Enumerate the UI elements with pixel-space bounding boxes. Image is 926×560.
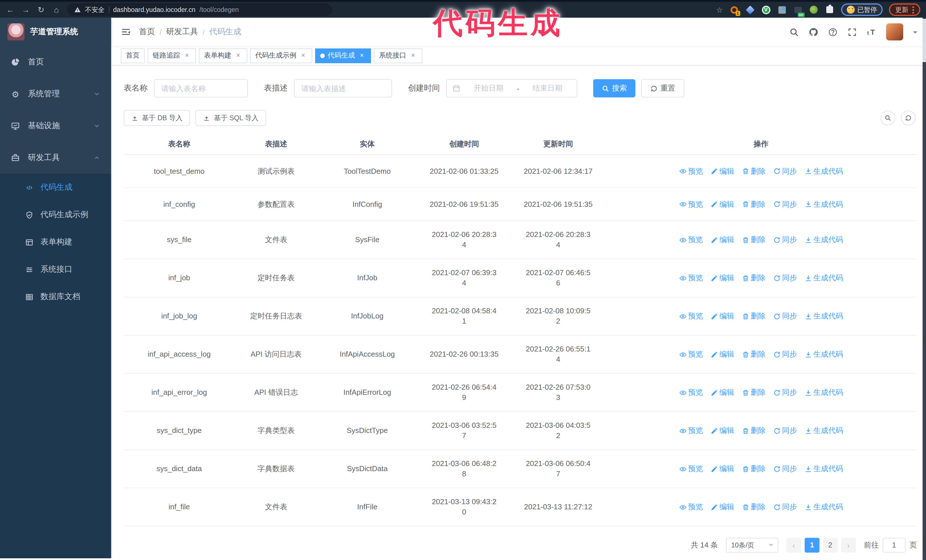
sync-link[interactable]: 同步 — [773, 464, 797, 474]
sidebar-subitem-0[interactable]: 代码生成 — [0, 174, 111, 201]
delete-link[interactable]: 删除 — [741, 235, 766, 245]
url-bar[interactable]: 不安全 dashboard.yudao.iocoder.cn/tool/code… — [67, 3, 332, 16]
user-avatar[interactable] — [886, 23, 903, 41]
sidebar-item-0[interactable]: 首页 — [0, 46, 111, 78]
preview-link[interactable]: 预览 — [679, 166, 703, 176]
edit-link[interactable]: 编辑 — [710, 426, 734, 436]
close-icon[interactable]: × — [183, 51, 191, 60]
generate-code-link[interactable]: 生成代码 — [804, 273, 843, 283]
preview-link[interactable]: 预览 — [679, 387, 703, 398]
tab-0[interactable]: 首页 — [121, 48, 145, 63]
preview-link[interactable]: 预览 — [679, 349, 703, 359]
extension-gem-icon[interactable] — [745, 5, 755, 15]
tab-2[interactable]: 表单构建× — [199, 48, 247, 63]
sidebar-item-1[interactable]: ⚙系统管理 — [0, 78, 111, 110]
tab-3[interactable]: 代码生成示例× — [250, 48, 312, 63]
sidebar-item-2[interactable]: 基础设施 — [0, 110, 111, 142]
search-button[interactable]: 搜索 — [593, 79, 635, 97]
hamburger-icon[interactable] — [121, 27, 131, 37]
close-icon[interactable]: × — [299, 51, 307, 60]
sync-link[interactable]: 同步 — [773, 311, 797, 321]
refresh-table-button[interactable] — [901, 110, 916, 125]
sidebar-subitem-2[interactable]: 表单构建 — [0, 228, 111, 256]
profile-paused-button[interactable]: 已暂停 — [841, 3, 883, 16]
sidebar-subitem-4[interactable]: 数据库文档 — [0, 283, 111, 311]
caret-down-icon[interactable] — [913, 31, 917, 36]
extension-v-icon[interactable]: V — [761, 5, 771, 15]
edit-link[interactable]: 编辑 — [710, 199, 734, 209]
sidebar-subitem-3[interactable]: 系统接口 — [0, 256, 111, 283]
delete-link[interactable]: 删除 — [741, 273, 766, 283]
generate-code-link[interactable]: 生成代码 — [804, 387, 843, 398]
preview-link[interactable]: 预览 — [679, 273, 703, 283]
tab-4[interactable]: 代码生成× — [315, 48, 371, 63]
sync-link[interactable]: 同步 — [773, 426, 797, 436]
sync-link[interactable]: 同步 — [773, 199, 797, 209]
home-icon[interactable]: ⌂ — [52, 5, 61, 14]
preview-link[interactable]: 预览 — [679, 426, 703, 436]
next-page-button[interactable]: › — [841, 538, 856, 552]
extension-orange-ring-icon[interactable]: 1 — [729, 5, 739, 15]
extension-drop-icon[interactable] — [777, 5, 787, 15]
fontsize-icon[interactable]: tT — [867, 27, 876, 37]
edit-link[interactable]: 编辑 — [710, 349, 734, 359]
extension-on-icon[interactable]: on — [793, 5, 803, 15]
browser-update-button[interactable]: 更新 — [889, 3, 920, 16]
page-2-button[interactable]: 2 — [823, 538, 838, 552]
sidebar-subitem-1[interactable]: 代码生成示例 — [0, 201, 111, 228]
page-size-select[interactable]: 10条/页 — [726, 538, 778, 552]
delete-link[interactable]: 删除 — [741, 464, 766, 474]
sql-import-button[interactable]: 基于 SQL 导入 — [196, 110, 266, 126]
app-logo-row[interactable]: 芋道管理系统 — [0, 18, 111, 46]
tab-1[interactable]: 链路追踪× — [148, 48, 196, 63]
db-import-button[interactable]: 基于 DB 导入 — [124, 110, 190, 126]
reload-icon[interactable]: ↻ — [36, 5, 45, 14]
preview-link[interactable]: 预览 — [679, 502, 703, 512]
delete-link[interactable]: 删除 — [741, 349, 766, 359]
delete-link[interactable]: 删除 — [741, 502, 766, 512]
sidebar-item-3[interactable]: 研发工具 — [0, 142, 111, 174]
sync-link[interactable]: 同步 — [773, 166, 797, 176]
toggle-search-button[interactable] — [881, 110, 895, 125]
reset-button[interactable]: 重置 — [641, 79, 684, 97]
extensions-puzzle-icon[interactable] — [825, 5, 835, 15]
sync-link[interactable]: 同步 — [773, 387, 797, 398]
github-icon[interactable] — [809, 27, 818, 37]
back-icon[interactable]: ← — [6, 5, 15, 14]
edit-link[interactable]: 编辑 — [710, 502, 734, 512]
prev-page-button[interactable]: ‹ — [787, 538, 801, 552]
breadcrumb-home[interactable]: 首页 — [139, 27, 155, 37]
generate-code-link[interactable]: 生成代码 — [804, 426, 843, 436]
delete-link[interactable]: 删除 — [741, 166, 766, 176]
sync-link[interactable]: 同步 — [773, 235, 797, 245]
sync-link[interactable]: 同步 — [773, 273, 797, 283]
preview-link[interactable]: 预览 — [679, 464, 703, 474]
generate-code-link[interactable]: 生成代码 — [804, 349, 843, 359]
edit-link[interactable]: 编辑 — [710, 464, 734, 474]
generate-code-link[interactable]: 生成代码 — [804, 502, 843, 512]
edit-link[interactable]: 编辑 — [710, 387, 734, 398]
extension-monkey-icon[interactable] — [809, 5, 819, 15]
edit-link[interactable]: 编辑 — [710, 273, 734, 283]
preview-link[interactable]: 预览 — [679, 199, 703, 209]
generate-code-link[interactable]: 生成代码 — [804, 464, 843, 474]
close-icon[interactable]: × — [358, 51, 366, 60]
delete-link[interactable]: 删除 — [741, 199, 766, 209]
fullscreen-icon[interactable] — [847, 27, 857, 37]
generate-code-link[interactable]: 生成代码 — [804, 235, 843, 245]
scrollbar-thumb[interactable] — [923, 19, 926, 62]
sync-link[interactable]: 同步 — [773, 502, 797, 512]
forward-icon[interactable]: → — [21, 5, 30, 14]
delete-link[interactable]: 删除 — [741, 426, 766, 436]
tab-5[interactable]: 系统接口× — [374, 48, 422, 63]
edit-link[interactable]: 编辑 — [710, 311, 734, 321]
edit-link[interactable]: 编辑 — [710, 166, 734, 176]
menu-dots-icon[interactable] — [912, 6, 914, 14]
table-desc-input[interactable] — [294, 79, 392, 97]
preview-link[interactable]: 预览 — [679, 235, 703, 245]
edit-link[interactable]: 编辑 — [710, 235, 734, 245]
generate-code-link[interactable]: 生成代码 — [804, 166, 843, 176]
page-1-button[interactable]: 1 — [805, 538, 819, 552]
sync-link[interactable]: 同步 — [773, 349, 797, 359]
date-range-picker[interactable]: 开始日期 - 结束日期 — [446, 79, 577, 97]
